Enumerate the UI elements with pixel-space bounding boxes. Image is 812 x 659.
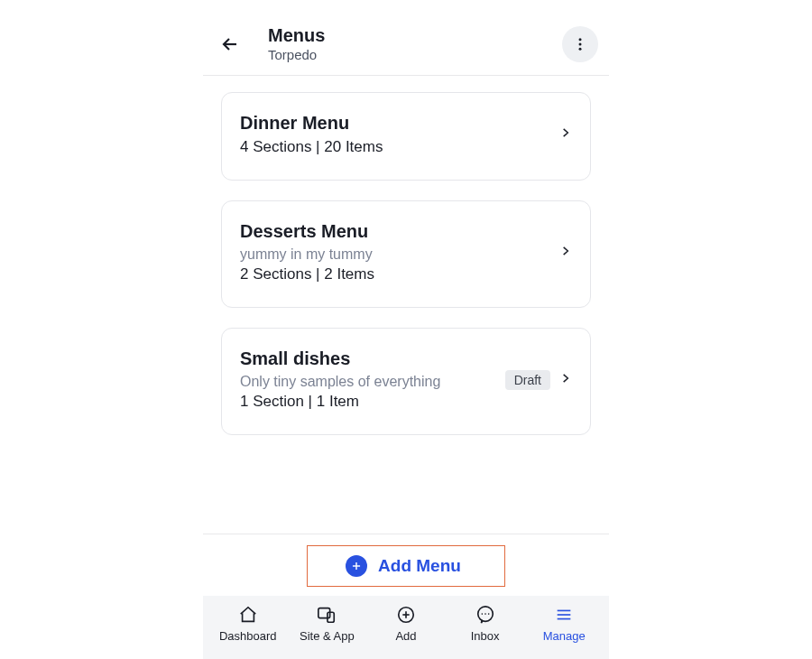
bottom-nav: Dashboard Site & App Add Inbox <box>203 596 609 659</box>
menu-card-meta: 4 Sections | 20 Items <box>240 138 559 156</box>
nav-manage[interactable]: Manage <box>524 605 604 643</box>
menu-card-desserts[interactable]: Desserts Menu yummy in my tummy 2 Sectio… <box>221 200 591 308</box>
devices-icon <box>315 605 338 625</box>
page-subtitle: Torpedo <box>268 47 562 62</box>
menu-card-small-dishes[interactable]: Small dishes Only tiny samples of everyt… <box>221 328 591 435</box>
plus-outline-icon <box>394 605 418 625</box>
chevron-right-icon <box>559 126 572 143</box>
svg-point-0 <box>579 38 582 41</box>
svg-point-1 <box>579 42 582 45</box>
svg-point-2 <box>579 47 582 50</box>
nav-site-app[interactable]: Site & App <box>288 605 367 643</box>
header-titles: Menus Torpedo <box>268 25 562 62</box>
chevron-right-icon <box>559 372 572 388</box>
chevron-right-icon <box>559 245 572 261</box>
add-menu-button[interactable]: Add Menu <box>307 545 505 587</box>
chat-icon <box>474 605 497 625</box>
menu-list: Dinner Menu 4 Sections | 20 Items Desser… <box>203 76 609 534</box>
nav-label: Manage <box>543 629 586 643</box>
header: Menus Torpedo <box>203 0 609 76</box>
svg-rect-4 <box>328 612 334 622</box>
nav-dashboard[interactable]: Dashboard <box>208 605 288 643</box>
nav-add[interactable]: Add <box>366 605 446 643</box>
plus-circle-icon <box>346 555 367 577</box>
menu-card-meta: 2 Sections | 2 Items <box>240 265 559 283</box>
status-badge: Draft <box>505 370 550 390</box>
page-title: Menus <box>268 25 562 46</box>
nav-inbox[interactable]: Inbox <box>446 605 525 643</box>
arrow-left-icon <box>219 33 241 55</box>
menu-card-description: yummy in my tummy <box>240 246 559 263</box>
menu-icon <box>552 605 576 625</box>
more-vertical-icon <box>572 36 588 52</box>
more-options-button[interactable] <box>562 26 598 62</box>
menu-card-dinner[interactable]: Dinner Menu 4 Sections | 20 Items <box>221 92 591 181</box>
back-button[interactable] <box>214 28 246 60</box>
menu-card-description: Only tiny samples of everything <box>240 374 505 390</box>
nav-label: Inbox <box>471 629 500 643</box>
add-menu-label: Add Menu <box>378 556 461 576</box>
menu-card-title: Small dishes <box>240 348 505 369</box>
menu-card-title: Desserts Menu <box>240 221 559 242</box>
nav-label: Add <box>395 629 416 643</box>
menu-card-title: Dinner Menu <box>240 113 559 134</box>
nav-label: Site & App <box>300 629 355 643</box>
home-icon <box>236 605 260 625</box>
nav-label: Dashboard <box>219 629 277 643</box>
menu-card-meta: 1 Section | 1 Item <box>240 393 505 411</box>
